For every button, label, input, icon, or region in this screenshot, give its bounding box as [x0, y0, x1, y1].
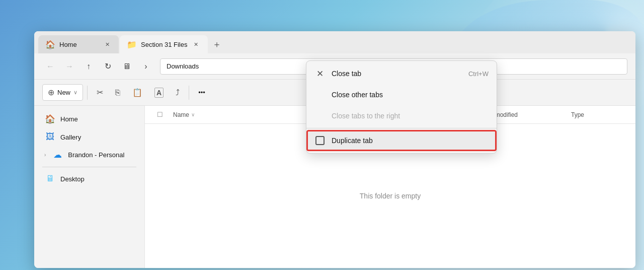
refresh-icon: ↻	[105, 61, 111, 71]
close-other-icon	[314, 89, 326, 100]
close-other-label: Close other tabs	[332, 91, 489, 99]
cmd-separator-1	[87, 86, 88, 100]
col-type-label: Type	[571, 111, 584, 118]
col-header-type[interactable]: Type	[567, 106, 627, 123]
col-name-sort-icon: ∨	[191, 112, 195, 117]
home-tab-label: Home	[59, 41, 99, 48]
menu-item-duplicate-tab[interactable]: Duplicate tab	[306, 130, 497, 151]
cmd-separator-2	[189, 86, 189, 100]
duplicate-icon-shape	[315, 136, 325, 145]
section31-tab-label: Section 31 Files	[141, 41, 188, 48]
share-icon: ⤴	[176, 88, 180, 97]
refresh-button[interactable]: ↻	[100, 58, 116, 75]
up-icon: ↑	[87, 62, 91, 71]
col-name-label: Name	[173, 111, 189, 118]
tab-home[interactable]: 🏠 Home ✕	[38, 35, 119, 53]
paste-button[interactable]: 📋	[127, 85, 147, 100]
add-tab-icon: ＋	[212, 38, 221, 50]
sidebar-item-home[interactable]: 🏠 Home	[36, 110, 142, 128]
section31-tab-icon: 📁	[127, 40, 137, 49]
new-plus-icon: ⊕	[48, 88, 54, 97]
sidebar-divider-1	[42, 167, 136, 167]
menu-item-close-right[interactable]: Close tabs to the right	[306, 105, 497, 126]
copy-button[interactable]: ⎘	[110, 85, 125, 100]
context-menu-divider	[306, 128, 497, 128]
sidebar-item-gallery-label: Gallery	[60, 133, 81, 141]
empty-folder-message: This folder is empty	[360, 192, 421, 200]
back-button[interactable]: ←	[42, 58, 58, 75]
gallery-sidebar-icon: 🖼	[44, 132, 55, 142]
add-tab-button[interactable]: ＋	[209, 36, 225, 52]
forward-button[interactable]: →	[61, 58, 77, 75]
tabs-bar: 🏠 Home ✕ 📁 Section 31 Files ✕ ＋	[34, 31, 635, 53]
cut-icon: ✂	[97, 88, 103, 97]
new-button-label: New	[57, 89, 70, 96]
back-icon: ←	[46, 62, 54, 71]
menu-item-close-other[interactable]: Close other tabs	[306, 84, 497, 105]
duplicate-tab-label: Duplicate tab	[332, 137, 489, 145]
close-tab-icon: ✕	[314, 68, 326, 79]
more-button[interactable]: •••	[193, 86, 210, 99]
rename-icon: A	[154, 88, 164, 98]
forward-icon: →	[65, 62, 73, 71]
chevron-icon: ›	[144, 62, 147, 71]
sidebar-item-gallery[interactable]: 🖼 Gallery	[36, 128, 142, 146]
sidebar-item-home-label: Home	[60, 115, 78, 123]
close-right-label: Close tabs to the right	[332, 112, 489, 120]
brandon-cloud-icon: ☁	[52, 150, 63, 160]
paste-icon: 📋	[132, 88, 142, 97]
desktop-sidebar-icon: 🖥	[44, 174, 55, 184]
section31-tab-close[interactable]: ✕	[192, 40, 201, 49]
up-button[interactable]: ↑	[80, 58, 97, 75]
copy-icon: ⎘	[115, 88, 120, 97]
home-sidebar-icon: 🏠	[44, 114, 55, 124]
home-tab-icon: 🏠	[45, 40, 55, 49]
sidebar: 🏠 Home 🖼 Gallery › ☁ Brandon - Personal …	[34, 106, 145, 268]
col-header-check[interactable]: ☐	[153, 106, 169, 123]
screen-icon: 🖥	[123, 62, 131, 71]
sidebar-item-desktop[interactable]: 🖥 Desktop	[36, 170, 142, 187]
context-menu: ✕ Close tab Ctrl+W Close other tabs Clos…	[306, 60, 497, 154]
rename-button[interactable]: A	[149, 85, 169, 101]
close-right-icon	[314, 110, 326, 121]
close-tab-shortcut: Ctrl+W	[468, 70, 489, 78]
tab-section31[interactable]: 📁 Section 31 Files ✕	[120, 35, 208, 53]
menu-item-close-tab[interactable]: ✕ Close tab Ctrl+W	[306, 63, 497, 84]
sidebar-item-brandon[interactable]: › ☁ Brandon - Personal	[36, 146, 142, 164]
home-tab-close[interactable]: ✕	[103, 40, 112, 49]
sidebar-item-brandon-label: Brandon - Personal	[68, 151, 124, 159]
check-icon: ☐	[157, 111, 163, 118]
new-chevron-icon: ∨	[73, 89, 77, 96]
view-button[interactable]: 🖥	[119, 58, 135, 75]
duplicate-tab-icon	[314, 135, 326, 146]
x-icon: ✕	[316, 69, 324, 79]
cut-button[interactable]: ✂	[92, 85, 108, 100]
brandon-expander-icon: ›	[44, 152, 46, 158]
share-button[interactable]: ⤴	[171, 85, 185, 100]
sidebar-item-desktop-label: Desktop	[60, 175, 85, 183]
close-tab-label: Close tab	[332, 70, 462, 78]
new-button[interactable]: ⊕ New ∨	[42, 84, 83, 101]
address-bar-text: Downloads	[167, 62, 199, 70]
more-icon: •••	[198, 89, 205, 96]
breadcrumb-chevron[interactable]: ›	[138, 58, 154, 75]
